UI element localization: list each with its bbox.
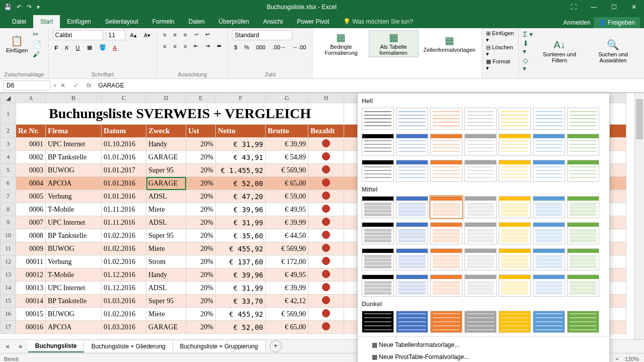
merge-icon[interactable]: ⬌ — [215, 42, 223, 50]
cut-icon[interactable]: ✂ — [33, 30, 41, 38]
decrease-decimal-icon[interactable]: ←.00 — [291, 43, 308, 51]
insert-cells-button[interactable]: ⊞ Einfügen ▾ — [486, 30, 515, 43]
table-style-thumb[interactable] — [362, 275, 394, 297]
table-style-thumb[interactable] — [362, 248, 394, 270]
table-style-thumb[interactable] — [533, 275, 565, 297]
new-table-style-button[interactable]: ▦ Neue Tabellenformatvorlage... — [358, 339, 609, 351]
ribbon-options-icon[interactable]: ⛶ — [564, 0, 584, 14]
new-pivot-style-button[interactable]: ▦ Neue PivotTable-Formatvorlage... — [358, 351, 609, 362]
share-button[interactable]: 👤 Freigeben — [594, 17, 640, 28]
bold-button[interactable]: F — [53, 44, 60, 52]
table-style-thumb[interactable] — [499, 134, 531, 156]
table-style-thumb[interactable] — [464, 311, 497, 333]
table-style-thumb[interactable] — [533, 196, 565, 218]
table-style-thumb[interactable] — [396, 311, 428, 333]
table-style-thumb[interactable] — [362, 222, 394, 244]
table-style-thumb[interactable] — [430, 311, 462, 333]
redo-icon[interactable]: ↷ — [27, 4, 32, 11]
vertical-scrollbar[interactable] — [634, 93, 644, 339]
align-middle-icon[interactable]: ≡ — [172, 31, 179, 39]
tab-start[interactable]: Start — [33, 15, 60, 28]
cell-styles-button[interactable]: ▦Zellenformatvorlagen — [422, 34, 477, 54]
table-style-thumb[interactable] — [533, 134, 565, 156]
table-style-thumb[interactable] — [499, 275, 531, 297]
sort-filter-button[interactable]: A↓Sortieren und Filtern — [536, 38, 583, 64]
sheet-nav-next-icon[interactable]: ► — [14, 343, 28, 350]
underline-button[interactable]: U — [74, 44, 82, 52]
table-style-thumb[interactable] — [362, 160, 394, 182]
table-style-thumb[interactable] — [533, 311, 565, 333]
tab-ueberpruefen[interactable]: Überprüfen — [212, 15, 256, 28]
zoom-in-icon[interactable]: + — [615, 356, 618, 362]
table-style-thumb[interactable] — [430, 248, 462, 270]
minimize-icon[interactable]: — — [584, 0, 604, 14]
name-box[interactable]: D6 — [3, 80, 50, 90]
align-bottom-icon[interactable]: ≡ — [182, 31, 189, 39]
tab-datei[interactable]: Datei — [5, 15, 33, 28]
increase-font-icon[interactable]: A▴ — [128, 31, 139, 40]
undo-icon[interactable]: ↶ — [17, 4, 22, 11]
format-painter-icon[interactable]: 🖌 — [33, 50, 41, 58]
decrease-font-icon[interactable]: A▾ — [142, 31, 152, 40]
table-style-thumb[interactable] — [396, 160, 428, 182]
orientation-icon[interactable]: ⤻ — [192, 30, 200, 39]
table-style-thumb[interactable] — [362, 196, 394, 218]
table-style-thumb[interactable] — [396, 108, 428, 130]
autosum-icon[interactable]: Σ ▾ — [523, 30, 533, 38]
tab-powerpivot[interactable]: Power Pivot — [290, 15, 336, 28]
align-left-icon[interactable]: ≡ — [161, 42, 168, 50]
font-name-combo[interactable]: Calibri — [53, 30, 103, 40]
sheet-tab-buchungsliste[interactable]: Buchungsliste — [28, 340, 85, 352]
table-style-thumb[interactable] — [499, 160, 531, 182]
clear-icon[interactable]: ◇ ▾ — [523, 56, 533, 72]
table-style-thumb[interactable] — [362, 311, 394, 333]
new-sheet-button[interactable]: + — [270, 340, 282, 352]
save-icon[interactable]: 💾 — [4, 4, 12, 11]
cancel-icon[interactable]: ✕ — [56, 82, 69, 89]
maximize-icon[interactable]: ☐ — [604, 0, 624, 14]
table-style-thumb[interactable] — [567, 160, 599, 182]
currency-icon[interactable]: $ — [232, 43, 239, 51]
sheet-nav-prev-icon[interactable]: ◄ — [0, 343, 14, 350]
table-style-thumb[interactable] — [430, 160, 462, 182]
table-style-thumb[interactable] — [396, 222, 428, 244]
table-style-thumb[interactable] — [464, 160, 497, 182]
table-style-thumb[interactable] — [533, 108, 565, 130]
table-style-thumb[interactable] — [464, 248, 497, 270]
tab-daten[interactable]: Daten — [182, 15, 212, 28]
tab-formeln[interactable]: Formeln — [145, 15, 182, 28]
table-style-thumb[interactable] — [430, 108, 462, 130]
table-style-thumb[interactable] — [362, 108, 394, 130]
table-style-thumb[interactable] — [464, 108, 497, 130]
table-style-thumb[interactable] — [567, 108, 599, 130]
conditional-formatting-button[interactable]: ▦Bedingte Formatierung — [316, 31, 365, 57]
sheet-tab-gruppierung[interactable]: Buchungsliste + Gruppierung — [173, 341, 266, 352]
copy-icon[interactable]: 📄 — [33, 40, 41, 48]
close-icon[interactable]: ✕ — [624, 0, 644, 14]
decrease-indent-icon[interactable]: ⇤ — [192, 42, 200, 50]
table-style-thumb[interactable] — [464, 134, 497, 156]
table-style-thumb[interactable] — [533, 160, 565, 182]
table-style-thumb[interactable] — [567, 311, 599, 333]
align-center-icon[interactable]: ≡ — [172, 42, 179, 50]
format-as-table-button[interactable]: ▦Als Tabelle formatieren — [369, 30, 419, 57]
delete-cells-button[interactable]: ⊟ Löschen ▾ — [486, 44, 515, 57]
align-right-icon[interactable]: ≡ — [182, 42, 189, 50]
table-style-thumb[interactable] — [499, 311, 531, 333]
number-format-combo[interactable]: Standard — [232, 30, 292, 40]
italic-button[interactable]: K — [63, 44, 70, 52]
enter-icon[interactable]: ✓ — [69, 82, 83, 89]
table-style-thumb[interactable] — [567, 222, 599, 244]
table-style-thumb[interactable] — [396, 196, 428, 218]
table-style-thumb[interactable] — [430, 275, 462, 297]
table-style-thumb[interactable] — [396, 248, 428, 270]
thousands-icon[interactable]: 000 — [254, 43, 267, 51]
table-style-thumb[interactable] — [567, 196, 599, 218]
table-style-thumb[interactable] — [567, 134, 599, 156]
borders-icon[interactable]: ▦ — [85, 43, 94, 52]
table-style-thumb[interactable] — [396, 134, 428, 156]
zoom-level[interactable]: 120% — [625, 356, 639, 362]
table-style-thumb[interactable] — [396, 275, 428, 297]
tab-seitenlayout[interactable]: Seitenlayout — [98, 15, 145, 28]
table-style-thumb[interactable] — [533, 248, 565, 270]
